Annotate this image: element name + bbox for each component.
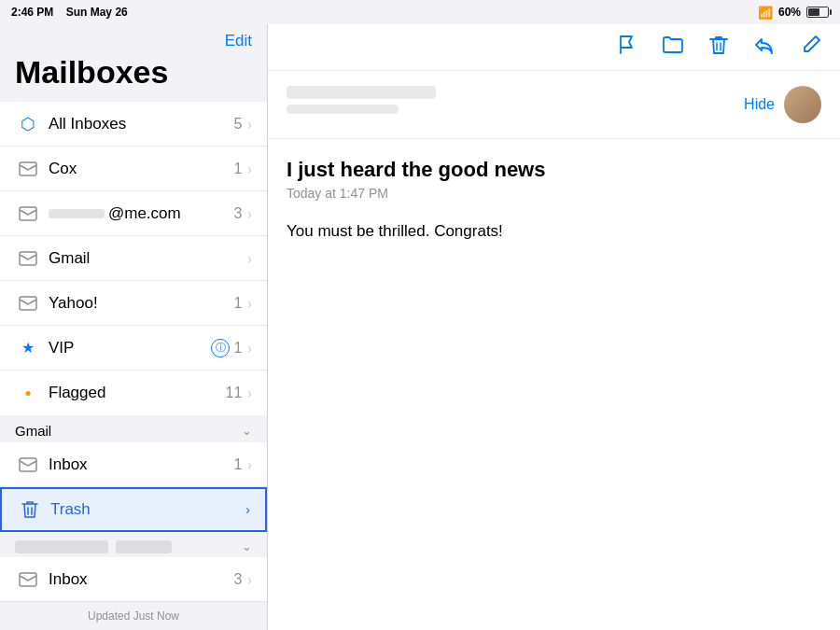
status-bar: 2:46 PM Sun May 26 📶 60% (0, 0, 840, 24)
dot-icon: ● (15, 386, 41, 399)
vip-label: VIP (49, 339, 211, 357)
gmail-section-label: Gmail (15, 423, 51, 439)
redacted-bar (15, 540, 108, 553)
sidebar-item-gmail-trash[interactable]: Trash › (0, 487, 267, 532)
email-content: You must be thrilled. Congrats! (287, 219, 821, 244)
sidebar-item-me-com[interactable]: @me.com 3 › (0, 191, 267, 236)
status-time: 2:46 PM (11, 6, 53, 19)
me-com-badge: 3 (233, 205, 242, 222)
vip-badge: 1 (233, 340, 242, 357)
email-panel: Hide I just heard the good news Today at… (268, 24, 840, 630)
svg-rect-7 (20, 573, 36, 586)
compose-toolbar-icon[interactable] (801, 35, 821, 60)
sidebar-content: ⬡ All Inboxes 5 › Cox 1 › (0, 102, 267, 601)
flagged-label: Flagged (49, 384, 226, 402)
svg-rect-2 (20, 252, 36, 265)
yahoo-label: Yahoo! (49, 294, 233, 313)
battery-percent: 60% (778, 6, 801, 19)
trash-toolbar-icon[interactable] (709, 35, 728, 60)
inbox-icon (15, 161, 41, 176)
edit-button[interactable]: Edit (225, 32, 252, 50)
inbox-icon (15, 251, 41, 266)
chevron-icon: › (247, 457, 252, 472)
redacted-bar-2 (116, 540, 172, 553)
email-body: I just heard the good news Today at 1:47… (268, 139, 840, 630)
cox-label: Cox (49, 160, 233, 178)
other-inbox-label: Inbox (49, 570, 233, 589)
chevron-icon: › (247, 341, 252, 356)
sidebar-item-cox[interactable]: Cox 1 › (0, 147, 267, 191)
chevron-icon: › (247, 161, 252, 176)
sidebar-item-other-inbox[interactable]: Inbox 3 › (0, 557, 267, 601)
sender-name-redacted (287, 86, 436, 99)
email-date: Today at 1:47 PM (287, 186, 821, 201)
svg-rect-1 (20, 207, 36, 220)
gmail-label: Gmail (49, 249, 247, 268)
redacted-section-header[interactable]: ⌄ (0, 532, 267, 557)
svg-rect-0 (20, 162, 36, 175)
sidebar-item-gmail-inbox[interactable]: Inbox 1 › (0, 442, 267, 487)
chevron-icon: › (247, 572, 252, 587)
email-sender-block (287, 86, 733, 114)
flagged-badge: 11 (226, 385, 243, 401)
sidebar-item-vip[interactable]: ★ VIP ⓘ 1 › (0, 326, 267, 371)
sidebar-item-all-inboxes[interactable]: ⬡ All Inboxes 5 › (0, 102, 267, 147)
yahoo-badge: 1 (233, 295, 242, 312)
inbox-icon (15, 572, 41, 587)
status-indicators: 📶 60% (758, 6, 829, 20)
chevron-down-icon: ⌄ (242, 424, 252, 438)
email-header-area: Hide (268, 71, 840, 139)
email-header-right: Hide (744, 86, 821, 123)
chevron-icon: › (247, 296, 252, 311)
gmail-inbox-badge: 1 (233, 456, 242, 473)
chevron-down-icon: ⌄ (242, 539, 252, 553)
app-container: Edit Mailboxes ⬡ All Inboxes 5 › (0, 24, 840, 630)
cox-badge: 1 (233, 161, 242, 177)
reply-toolbar-icon[interactable] (754, 35, 775, 59)
inbox-icon (15, 296, 41, 311)
other-inbox-badge: 3 (233, 571, 242, 588)
email-toolbar (268, 24, 840, 71)
svg-rect-3 (20, 297, 36, 310)
gmail-trash-label: Trash (50, 500, 245, 519)
sidebar-item-yahoo[interactable]: Yahoo! 1 › (0, 281, 267, 326)
chevron-icon: › (245, 502, 250, 517)
email-subject: I just heard the good news (287, 158, 821, 182)
inbox-icon (15, 206, 41, 221)
mailbox-list: ⬡ All Inboxes 5 › Cox 1 › (0, 102, 267, 415)
me-com-label: @me.com (49, 204, 233, 223)
all-inboxes-badge: 5 (233, 116, 242, 133)
chevron-icon: › (247, 117, 252, 132)
avatar (784, 86, 821, 123)
folder-toolbar-icon[interactable] (663, 35, 683, 59)
status-date: Sun May 26 (66, 6, 128, 19)
sender-email-redacted (287, 105, 399, 114)
gmail-items: Inbox 1 › Trash › (0, 442, 267, 532)
battery-fill (808, 8, 819, 16)
info-icon[interactable]: ⓘ (211, 339, 230, 357)
battery-bar (806, 7, 829, 18)
all-inboxes-label: All Inboxes (49, 115, 233, 133)
gmail-inbox-label: Inbox (49, 455, 233, 474)
hide-button[interactable]: Hide (744, 96, 775, 113)
svg-rect-4 (20, 458, 36, 471)
wifi-icon: 📶 (758, 6, 773, 20)
chevron-icon: › (247, 385, 252, 400)
sidebar-header: Edit (0, 24, 267, 54)
chevron-icon: › (247, 251, 252, 266)
inbox-icon: ⬡ (15, 114, 41, 134)
inbox-icon (15, 457, 41, 472)
gmail-section-header[interactable]: Gmail ⌄ (0, 415, 267, 442)
sidebar: Edit Mailboxes ⬡ All Inboxes 5 › (0, 24, 268, 630)
star-icon: ★ (15, 339, 41, 357)
flag-toolbar-icon[interactable] (616, 35, 637, 60)
chevron-icon: › (247, 206, 252, 221)
status-time-date: 2:46 PM Sun May 26 (11, 6, 128, 19)
other-section-items: Inbox 3 › Drafts 5 › (0, 557, 267, 601)
sidebar-title: Mailboxes (0, 54, 267, 102)
sidebar-footer: Updated Just Now (0, 601, 267, 630)
sidebar-item-gmail[interactable]: Gmail › (0, 236, 267, 281)
trash-icon (17, 500, 43, 519)
sidebar-item-flagged[interactable]: ● Flagged 11 › (0, 371, 267, 415)
